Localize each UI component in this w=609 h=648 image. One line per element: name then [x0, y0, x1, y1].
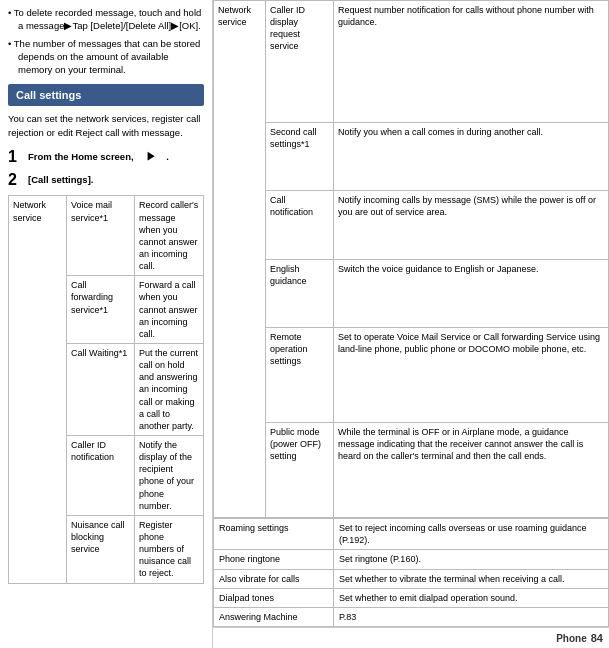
sub-label: Call Waiting*1: [67, 344, 135, 436]
call-settings-header: Call settings: [8, 84, 204, 106]
table-row: Roaming settingsSet to reject incoming c…: [214, 519, 609, 550]
desc-cell: Notify the display of the recipient phon…: [135, 435, 204, 515]
row-label: Answering Machine: [214, 607, 334, 626]
desc-cell: Notify incoming calls by message (SMS) w…: [334, 191, 609, 259]
right-network-table: Network serviceCaller ID display request…: [213, 0, 609, 518]
page-footer: Phone 84: [213, 627, 609, 648]
table-row: Also vibrate for callsSet whether to vib…: [214, 569, 609, 588]
service-label: Remote operation settings: [266, 328, 334, 423]
service-label: Call notification: [266, 191, 334, 259]
row-desc: Set to reject incoming calls overseas or…: [334, 519, 609, 550]
sub-label: Call forwarding service*1: [67, 276, 135, 344]
row-label: Roaming settings: [214, 519, 334, 550]
row-label: Also vibrate for calls: [214, 569, 334, 588]
steps: 1 From the Home screen, ▶ . 2 [Call sett…: [8, 147, 204, 189]
table-row: Dialpad tonesSet whether to emit dialpad…: [214, 588, 609, 607]
footer-text: Phone: [556, 633, 587, 644]
desc-cell: While the terminal is OFF or in Airplane…: [334, 423, 609, 518]
service-label: Caller ID display request service: [266, 1, 334, 123]
table-row: Call notificationNotify incoming calls b…: [214, 191, 609, 259]
page-number: 84: [591, 632, 603, 644]
left-column: To delete recorded message, touch and ho…: [0, 0, 213, 648]
table-row: Network serviceVoice mail service*1Recor…: [9, 196, 204, 276]
desc-cell: Record caller's message when you cannot …: [135, 196, 204, 276]
row-desc: Set whether to emit dialpad operation so…: [334, 588, 609, 607]
left-table: Network serviceVoice mail service*1Recor…: [8, 195, 204, 583]
step-num-2: 2: [8, 170, 22, 189]
desc-cell: Request number notification for calls wi…: [334, 1, 609, 123]
table-row: Remote operation settingsSet to operate …: [214, 328, 609, 423]
sub-label: Voice mail service*1: [67, 196, 135, 276]
desc-cell: Register phone numbers of nuisance call …: [135, 515, 204, 583]
desc-cell: Set to operate Voice Mail Service or Cal…: [334, 328, 609, 423]
table-row: Answering MachineP.83: [214, 607, 609, 626]
table-row: Public mode (power OFF) settingWhile the…: [214, 423, 609, 518]
desc-cell: Notify you when a call comes in during a…: [334, 122, 609, 190]
desc-cell: Switch the voice guidance to English or …: [334, 259, 609, 327]
table-row: Phone ringtoneSet ringtone (P.160).: [214, 550, 609, 569]
right-column: Network serviceCaller ID display request…: [213, 0, 609, 648]
bullet-item-2: The number of messages that can be store…: [8, 37, 204, 77]
call-settings-desc: You can set the network services, regist…: [8, 112, 204, 139]
row-desc: Set whether to vibrate the terminal when…: [334, 569, 609, 588]
row-label: Phone ringtone: [214, 550, 334, 569]
service-label: English guidance: [266, 259, 334, 327]
service-label: Public mode (power OFF) setting: [266, 423, 334, 518]
bullet-item-1: To delete recorded message, touch and ho…: [8, 6, 204, 33]
sub-label: Caller ID notification: [67, 435, 135, 515]
sub-label: Nuisance call blocking service: [67, 515, 135, 583]
network-service-label: Network service: [9, 196, 67, 583]
row-desc: P.83: [334, 607, 609, 626]
network-label: Network service: [214, 1, 266, 518]
table-row: English guidanceSwitch the voice guidanc…: [214, 259, 609, 327]
desc-cell: Put the current call on hold and answeri…: [135, 344, 204, 436]
step-text-2: [Call settings].: [28, 170, 93, 186]
step-1: 1 From the Home screen, ▶ .: [8, 147, 204, 166]
desc-cell: Forward a call when you cannot answer an…: [135, 276, 204, 344]
row-desc: Set ringtone (P.160).: [334, 550, 609, 569]
step-num-1: 1: [8, 147, 22, 166]
table-row: Second call settings*1Notify you when a …: [214, 122, 609, 190]
bottom-section: Roaming settingsSet to reject incoming c…: [213, 518, 609, 627]
step-text-1: From the Home screen, ▶ .: [28, 147, 169, 163]
service-label: Second call settings*1: [266, 122, 334, 190]
table-row: Network serviceCaller ID display request…: [214, 1, 609, 123]
bullet-section: To delete recorded message, touch and ho…: [8, 6, 204, 76]
step-2: 2 [Call settings].: [8, 170, 204, 189]
row-label: Dialpad tones: [214, 588, 334, 607]
bottom-table: Roaming settingsSet to reject incoming c…: [213, 518, 609, 627]
